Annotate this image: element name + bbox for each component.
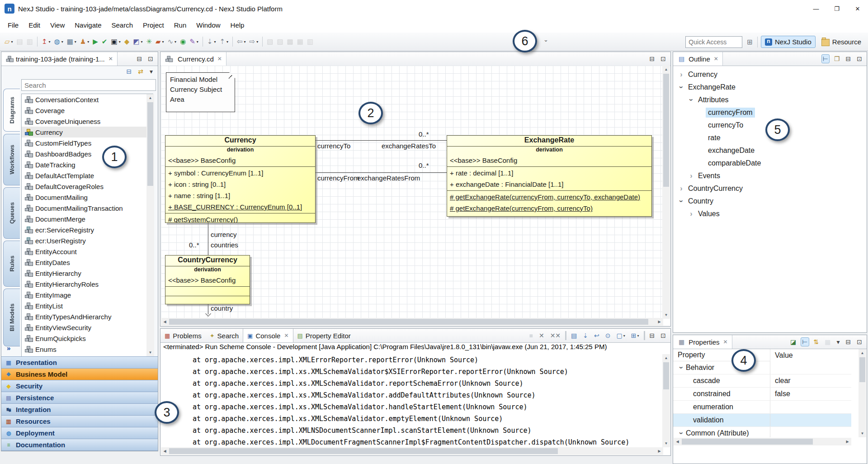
list-item[interactable]: CustomFieldTypes <box>22 137 153 148</box>
twistie-icon[interactable] <box>677 185 686 193</box>
twistie-icon[interactable] <box>677 429 686 437</box>
tree-view-icon[interactable]: ⊢▾ <box>821 54 830 63</box>
menu-item[interactable]: Run <box>169 21 192 29</box>
grid-button[interactable]: ▦ ▾ <box>296 36 305 47</box>
link-with-editor-icon[interactable]: ⇄▾ <box>137 67 145 76</box>
outline-node[interactable]: comparableDate <box>673 157 867 170</box>
dropdown-arrow-icon[interactable]: ▾ <box>87 40 89 44</box>
maximize-window-button[interactable]: ❐ <box>826 0 847 17</box>
twistie-icon[interactable] <box>677 71 686 79</box>
sort-icon[interactable]: ⇅▾ <box>812 337 821 346</box>
editor-tab-currency-cd[interactable]: Currency.cd ✕ <box>160 52 226 66</box>
bottom-tab[interactable]: ▤ Property Editor ✕ <box>293 329 355 342</box>
list-item[interactable]: ecr:UserRegistry <box>22 235 153 246</box>
minimize-icon[interactable]: ⊟▾ <box>844 337 853 346</box>
dropdown-arrow-icon[interactable]: ▾ <box>256 40 258 44</box>
perspective-button[interactable]: Resource <box>817 36 865 48</box>
model-library-button[interactable]: ◩ ▾ <box>132 36 144 47</box>
maximize-icon[interactable]: ⊡▾ <box>855 54 863 63</box>
property-row[interactable]: enumeration <box>673 401 851 414</box>
distribute-button[interactable]: ▩ ▾ <box>286 36 295 47</box>
minimize-icon[interactable]: ⊟▾ <box>648 54 656 63</box>
bottom-tab[interactable]: ▣ Console ✕ <box>243 329 293 342</box>
list-item[interactable]: DocumentMerge <box>22 213 153 224</box>
list-item[interactable]: DocumentMailingTransaction <box>22 203 153 213</box>
display-console-icon[interactable]: ▢▾ <box>615 331 627 340</box>
list-item[interactable]: EntityList <box>22 300 153 311</box>
list-item[interactable]: Currency <box>22 127 153 137</box>
list-item[interactable]: DefaultActTemplate <box>22 170 153 181</box>
back-button[interactable]: ⇦ ▾ <box>236 36 247 47</box>
twistie-icon[interactable] <box>677 197 686 205</box>
twistie-icon[interactable] <box>687 210 696 218</box>
section-item[interactable]: ❖ Business Model <box>1 369 158 380</box>
more-tabs-chevron[interactable]: » <box>7 344 10 352</box>
outline-tree[interactable]: Currency ExchangeRate Attributes currenc… <box>673 68 867 332</box>
maximize-icon[interactable]: ⊡▾ <box>855 337 863 346</box>
property-row[interactable]: validation <box>673 414 851 427</box>
dropdown-arrow-icon[interactable]: ▾ <box>75 40 76 44</box>
close-icon[interactable]: ✕ <box>108 56 113 62</box>
view-menu-icon[interactable]: ▾▾ <box>835 337 841 346</box>
association-line-exchangeRatesTo[interactable] <box>316 140 447 141</box>
server-button[interactable]: ▦ ▾ <box>66 36 78 47</box>
multiplicity-label[interactable]: 0..* <box>189 241 199 249</box>
scroll-lock-icon[interactable]: ⇣▾ <box>581 331 590 340</box>
dropdown-arrow-icon[interactable]: ▾ <box>11 40 13 44</box>
association-line-exchangeRatesFrom[interactable] <box>316 172 447 173</box>
list-item[interactable]: EnumQuickpicks <box>22 333 153 344</box>
class-attribute[interactable]: + icon : string [0..1] <box>165 179 315 190</box>
align-left-button[interactable]: ▧ ▾ <box>265 36 274 47</box>
dropdown-arrow-icon[interactable]: ▾ <box>175 40 176 44</box>
snap-button[interactable]: ▥ ▾ <box>306 36 315 47</box>
role-label[interactable]: currencyTo <box>317 142 350 150</box>
console-horizontal-scrollbar[interactable]: ◀ ▶ <box>161 447 663 455</box>
association-line-countries[interactable] <box>208 223 208 255</box>
publish-button[interactable]: ◍ ▾ <box>53 36 65 47</box>
minimize-icon[interactable]: ⊟▾ <box>136 54 144 63</box>
list-item[interactable]: ecr:ServiceRegistry <box>22 224 153 235</box>
vertical-tab[interactable]: BI Models <box>3 289 20 346</box>
remove-launch-icon[interactable]: ✕▾ <box>538 331 546 340</box>
dropdown-arrow-icon[interactable]: ▾ <box>197 40 198 44</box>
vertical-tab[interactable]: Rules <box>3 241 20 287</box>
list-item[interactable]: Coverage <box>22 105 153 116</box>
twistie-icon[interactable] <box>687 172 696 180</box>
validate-button[interactable]: ✔ ▾ <box>100 36 109 47</box>
role-label[interactable]: countries <box>211 241 238 249</box>
list-item[interactable]: EntityViewSecurity <box>22 322 153 333</box>
property-row[interactable]: constrained false <box>673 388 851 401</box>
section-item[interactable]: ▦ Presentation <box>1 357 158 369</box>
minimize-window-button[interactable]: — <box>806 0 826 17</box>
upgrade-metadata-button[interactable]: ↥ ▾ <box>40 36 52 47</box>
list-item[interactable]: DateTracking <box>22 159 153 170</box>
outline-node[interactable]: Attributes <box>673 94 867 106</box>
uml-class-currency[interactable]: Currency derivation <<base>> BaseConfig … <box>165 135 316 223</box>
menu-item[interactable]: Navigate <box>70 21 106 29</box>
search-model-button[interactable]: ∿ ▾ <box>166 36 178 47</box>
list-item[interactable]: ConversationContext <box>22 94 153 105</box>
canvas-vertical-scrollbar[interactable]: ▲ ▼ <box>662 66 670 319</box>
list-item[interactable]: EntityImage <box>22 289 153 300</box>
class-attribute[interactable]: + name : string [1..1] <box>165 190 315 201</box>
save-button[interactable]: ▤ ▾ <box>15 36 24 47</box>
list-scrollbar[interactable]: ▲ ▼ <box>146 94 154 356</box>
diagram-canvas[interactable]: Financial Model Currency Subject Area cu… <box>161 66 663 319</box>
menu-item[interactable]: View <box>45 21 70 29</box>
list-item[interactable]: DocumentMailing <box>22 192 153 203</box>
class-diagram-list[interactable]: ConversationContext Coverage CoverageUni… <box>21 94 153 357</box>
close-window-button[interactable]: ✕ <box>847 0 868 17</box>
uml-class-countrycurrency[interactable]: CountryCurrency derivation <<base>> Base… <box>165 255 250 304</box>
list-item[interactable]: EntityTypesAndHierarchy <box>22 311 153 322</box>
maximize-icon[interactable]: ⊡▾ <box>146 54 155 63</box>
scheme-button[interactable]: ✳ ▾ <box>145 36 153 47</box>
console-button[interactable]: ▣ ▾ <box>109 36 122 47</box>
outline-node[interactable]: Events <box>673 170 867 182</box>
role-label[interactable]: exchangeRatesTo <box>382 142 436 150</box>
outline-node[interactable]: currencyFrom <box>673 106 867 119</box>
clear-console-icon[interactable]: ▤▾ <box>570 331 578 340</box>
list-item[interactable]: Enums <box>22 344 153 355</box>
pin-properties-icon[interactable]: ◪▾ <box>789 337 797 346</box>
list-item[interactable]: DashboardBadges <box>22 148 153 159</box>
list-item[interactable]: CoverageUniqueness <box>22 116 153 127</box>
